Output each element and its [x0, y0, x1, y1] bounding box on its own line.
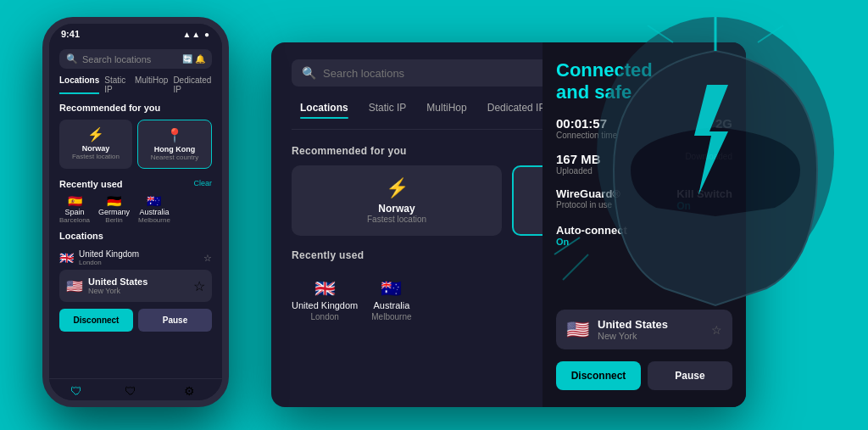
phone-recommended-title: Recommended for you [59, 103, 212, 113]
au-name: Australia [374, 300, 410, 310]
phone-tab-locations[interactable]: Locations [59, 75, 99, 94]
connected-title: Connected and safe [556, 59, 732, 104]
desktop-active-location[interactable]: 🇺🇸 United States New York ☆ [556, 310, 732, 349]
phone-active-info: United States New York [88, 276, 147, 295]
phone-search-icon: 🔍 [66, 53, 78, 64]
desktop-disconnect-button[interactable]: Disconnect [556, 361, 641, 390]
phone-status-bar: 9:41 ▲▲ ● [49, 24, 222, 42]
phone-recent-spain[interactable]: 🇪🇸 Spain Barcelona [59, 194, 90, 224]
phone-recent-germany[interactable]: 🇩🇪 Germany Berlin [98, 194, 130, 224]
active-location-name: United States [598, 318, 668, 331]
australia-name: Australia [139, 208, 169, 216]
settings-nav-icon: ⚙ [184, 384, 195, 398]
phone-recent-items: 🇪🇸 Spain Barcelona 🇩🇪 Germany Berlin 🇦🇺 … [59, 194, 212, 224]
phone-disconnect-button[interactable]: Disconnect [59, 309, 133, 332]
active-location-star[interactable]: ☆ [711, 323, 722, 337]
phone-uk-flag: 🇬🇧 [59, 251, 74, 265]
desktop-panel: 🔍 Locations Static IP MultiHop Dedicated… [271, 42, 746, 407]
phone-content: 🔍 Search locations 🔄 🔔 Locations Static … [49, 42, 222, 378]
phone-nav-one[interactable]: 🛡 One [124, 384, 136, 407]
uploaded-value: 167 MB [556, 152, 601, 166]
norway-name: Norway [378, 203, 415, 215]
phone-clear-btn[interactable]: Clear [193, 179, 212, 189]
kill-switch-status: On [676, 200, 732, 212]
desktop-action-buttons: Disconnect Pause [556, 361, 732, 390]
spain-city: Barcelona [59, 216, 90, 224]
phone-uk-info: United Kingdom London [79, 249, 139, 266]
desktop-tab-multihop[interactable]: MultiHop [418, 98, 475, 122]
desktop-search-icon: 🔍 [302, 66, 316, 80]
vpn-nav-icon: 🛡 [70, 384, 82, 398]
desktop-rec-card-norway[interactable]: ⚡ Norway Fastest location [292, 165, 502, 236]
transfer-row: 167 MB Uploaded Downloaded [556, 152, 732, 176]
auto-connect-status: On [556, 237, 732, 247]
phone-norway-flag: ⚡ [87, 126, 104, 142]
phone-pause-button[interactable]: Pause [138, 309, 212, 332]
phone-search-bar[interactable]: 🔍 Search locations 🔄 🔔 [59, 49, 212, 69]
connection-time-stat: 00:01:57 Connection time [556, 116, 617, 140]
phone-recent-australia[interactable]: 🇦🇺 Australia Melbourne [138, 194, 170, 224]
phone-active-flag: 🇺🇸 [66, 278, 83, 294]
australia-flag: 🇦🇺 [147, 194, 161, 208]
active-location-info: United States New York [598, 318, 668, 341]
au-city: Melbourne [371, 312, 411, 321]
phone-recommended-grid: ⚡ Norway Fastest location 📍 Hong Kong Ne… [59, 120, 212, 169]
germany-flag: 🇩🇪 [107, 194, 121, 208]
desktop-connected-panel: Connected and safe 00:01:57 Connection t… [542, 42, 746, 407]
kill-switch-value: Kill Switch [676, 187, 732, 200]
desktop-pause-button[interactable]: Pause [648, 361, 732, 390]
phone-nav-vpn[interactable]: 🛡 VPN [70, 384, 83, 407]
phone-uk-row[interactable]: 🇬🇧 United Kingdom London ☆ [59, 246, 212, 270]
phone-signal-icons: ▲▲ ● [182, 30, 210, 39]
phone-time: 9:41 [61, 29, 80, 39]
phone-recently-title: Recently used [59, 179, 123, 189]
settings-nav-label: Settings [177, 399, 202, 407]
phone-norway-name: Norway [82, 144, 110, 153]
kill-switch-item: Kill Switch On [676, 187, 732, 212]
protocol-label: Protocol in use [556, 200, 620, 209]
phone-hongkong-flag: 📍 [166, 127, 183, 143]
uploaded-label: Uploaded [556, 166, 601, 176]
stats-row: 00:01:57 Connection time 2G [556, 116, 732, 140]
phone-tab-dedicated-ip[interactable]: Dedicated IP [173, 75, 212, 94]
phone-rec-norway[interactable]: ⚡ Norway Fastest location [59, 120, 132, 169]
phone-hongkong-name: Hong Kong [154, 145, 196, 154]
desktop-recent-uk[interactable]: 🇬🇧 United Kingdom London [292, 278, 358, 321]
auto-connect-item: Auto-connect On [556, 224, 732, 247]
download-stat: 2G [715, 116, 732, 140]
desktop-tab-static-ip[interactable]: Static IP [360, 98, 415, 122]
phone-active-star[interactable]: ☆ [193, 278, 205, 294]
phone-rec-hongkong[interactable]: 📍 Hong Kong Nearest country [137, 120, 212, 169]
one-nav-label: One [124, 399, 136, 407]
phone-tab-static-ip[interactable]: Static IP [104, 75, 130, 94]
norway-sub: Fastest location [367, 215, 426, 224]
germany-name: Germany [98, 208, 130, 216]
phone-recently-header: Recently used Clear [59, 179, 212, 189]
phone-mockup: 9:41 ▲▲ ● 🔍 Search locations 🔄 🔔 Locatio… [42, 17, 229, 407]
connection-time-label: Connection time [556, 131, 617, 140]
active-location-city: New York [598, 331, 668, 341]
spain-flag: 🇪🇸 [68, 194, 82, 208]
au-flag: 🇦🇺 [381, 278, 402, 299]
phone-uk-left: 🇬🇧 United Kingdom London [59, 249, 139, 266]
phone-active-city: New York [88, 287, 147, 295]
downloaded-stat: Downloaded [685, 152, 732, 176]
phone-recently-section: Recently used Clear 🇪🇸 Spain Barcelona 🇩… [59, 179, 212, 224]
protocol-row: WireGuard® Protocol in use Kill Switch O… [556, 187, 732, 212]
phone-search-placeholder: Search locations [82, 54, 151, 64]
australia-city: Melbourne [138, 216, 170, 224]
vpn-nav-label: VPN [70, 399, 83, 407]
desktop-tab-locations[interactable]: Locations [292, 98, 357, 122]
one-nav-icon: 🛡 [125, 384, 136, 398]
phone-norway-sub: Fastest location [72, 153, 120, 160]
connection-time-value: 00:01:57 [556, 116, 617, 131]
desktop-recent-au[interactable]: 🇦🇺 Australia Melbourne [371, 278, 411, 321]
phone-action-buttons: Disconnect Pause [59, 309, 212, 332]
phone-tab-multihop[interactable]: MultiHop [135, 75, 168, 94]
phone-active-row[interactable]: 🇺🇸 United States New York ☆ [59, 270, 212, 302]
phone-uk-star[interactable]: ☆ [203, 253, 212, 264]
phone-nav-settings[interactable]: ⚙ Settings [177, 384, 202, 407]
phone-bottom-nav: 🛡 VPN 🛡 One ⚙ Settings [49, 378, 222, 407]
phone-locations-title: Locations [59, 231, 212, 241]
phone-active-left: 🇺🇸 United States New York [66, 276, 147, 295]
